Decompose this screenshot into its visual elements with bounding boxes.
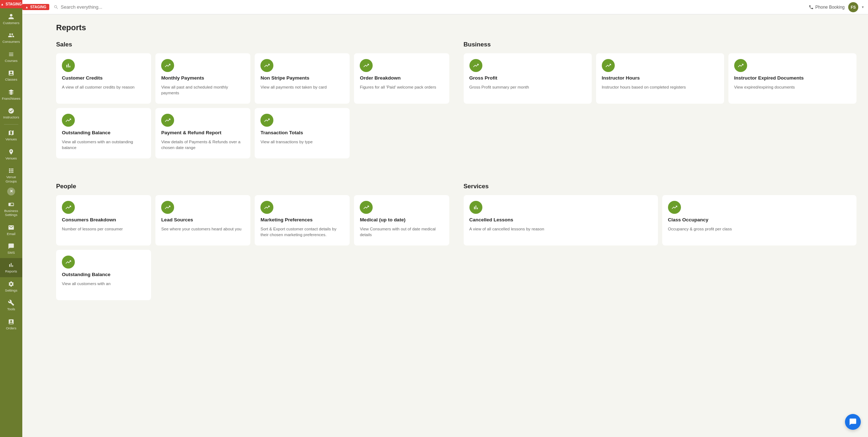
sidebar-item-classes[interactable]: Classes (0, 66, 22, 85)
card-title-lead-sources: Lead Sources (161, 217, 245, 223)
card-title-outstanding-balance-people: Outstanding Balance (62, 271, 145, 278)
people-section-title: People (56, 183, 449, 190)
card-desc-customer-credits: A view of all customer credits by reason (62, 84, 145, 90)
page-title: Reports (56, 23, 856, 32)
sidebar-item-franchisees[interactable]: Franchisees (0, 85, 22, 104)
sales-row-1: Customer Credits A view of all customer … (56, 53, 449, 104)
search-icon (54, 5, 59, 10)
report-card-marketing-preferences[interactable]: Marketing Preferences Sort & Export cust… (255, 195, 350, 245)
card-title-cancelled-lessons: Cancelled Lessons (469, 217, 652, 223)
report-card-lead-sources[interactable]: Lead Sources See where your customers he… (155, 195, 250, 245)
card-desc-outstanding-balance: View all customers with an outstanding b… (62, 139, 145, 150)
report-card-medical[interactable]: Medical (up to date) View Consumers with… (354, 195, 449, 245)
card-icon-outstanding-balance-people (62, 256, 75, 269)
card-desc-gross-profit: Gross Profit summary per month (469, 84, 586, 90)
card-desc-monthly-payments: View all past and scheduled monthly paym… (161, 84, 245, 96)
report-card-transaction-totals[interactable]: Transaction Totals View all transactions… (255, 108, 350, 158)
card-title-order-breakdown: Order Breakdown (360, 75, 443, 81)
sales-row-2: Outstanding Balance View all customers w… (56, 108, 449, 158)
report-card-non-stripe-payments[interactable]: Non Stripe Payments View all payments no… (255, 53, 350, 104)
report-card-consumers-breakdown[interactable]: Consumers Breakdown Number of lessons pe… (56, 195, 151, 245)
card-icon-transaction-totals (260, 114, 273, 127)
report-card-gross-profit[interactable]: Gross Profit Gross Profit summary per mo… (464, 53, 592, 104)
topbar-right: Phone Booking FS ▾ (809, 2, 864, 12)
card-title-class-occupancy: Class Occupancy (668, 217, 851, 223)
sidebar: STAGING Customers Consumers Courses Clas… (0, 0, 22, 437)
staging-topbar-button[interactable]: STAGING (22, 4, 49, 10)
people-row-2: Outstanding Balance View all customers w… (56, 250, 449, 300)
card-desc-class-occupancy: Occupancy & gross profit per class (668, 226, 851, 232)
sidebar-item-sms[interactable]: SMS (0, 239, 22, 258)
card-desc-non-stripe-payments: View all payments not taken by card (260, 84, 344, 90)
staging-button[interactable]: STAGING (0, 0, 22, 8)
sidebar-divider (4, 124, 18, 125)
card-desc-transaction-totals: View all transactions by type (260, 139, 344, 145)
card-icon-cancelled-lessons (469, 201, 482, 214)
report-card-customer-credits[interactable]: Customer Credits A view of all customer … (56, 53, 151, 104)
phone-booking-button[interactable]: Phone Booking (809, 5, 845, 10)
sidebar-item-business-settings[interactable]: Business Settings (0, 198, 22, 221)
report-card-instructor-hours[interactable]: Instructor Hours Instructor hours based … (596, 53, 724, 104)
report-card-outstanding-balance-people[interactable]: Outstanding Balance View all customers w… (56, 250, 151, 300)
card-title-instructor-hours: Instructor Hours (602, 75, 718, 81)
sidebar-item-instructors[interactable]: Instructors (0, 104, 22, 123)
card-desc-medical: View Consumers with out of date medical … (360, 226, 443, 238)
phone-icon (809, 5, 814, 10)
card-icon-outstanding-balance (62, 114, 75, 127)
report-card-cancelled-lessons[interactable]: Cancelled Lessons A view of all cancelle… (464, 195, 658, 245)
sidebar-item-consumers[interactable]: Consumers (0, 28, 22, 47)
card-icon-medical (360, 201, 373, 214)
topbar: STAGING Phone Booking FS ▾ (22, 0, 868, 14)
report-card-instructor-expired-docs[interactable]: Instructor Expired Documents View expire… (728, 53, 856, 104)
card-icon-lead-sources (161, 201, 174, 214)
sidebar-item-courses[interactable]: Courses (0, 48, 22, 66)
report-card-monthly-payments[interactable]: Monthly Payments View all past and sched… (155, 53, 250, 104)
card-title-transaction-totals: Transaction Totals (260, 130, 344, 136)
card-title-monthly-payments: Monthly Payments (161, 75, 245, 81)
card-icon-instructor-hours (602, 59, 615, 72)
card-title-outstanding-balance: Outstanding Balance (62, 130, 145, 136)
card-icon-instructor-expired-docs (734, 59, 747, 72)
top-sections-layout: Sales Customer Credits A view of all cus… (56, 41, 856, 171)
sidebar-item-reports[interactable]: Reports (0, 258, 22, 277)
sidebar-item-orders[interactable]: Orders (0, 315, 22, 334)
card-icon-payment-refund (161, 114, 174, 127)
card-desc-order-breakdown: Figures for all 'Paid' welcome pack orde… (360, 84, 443, 90)
people-section: People Consumers Breakdown Number of les… (56, 183, 449, 300)
report-card-payment-refund[interactable]: Payment & Refund Report View details of … (155, 108, 250, 158)
phone-booking-label: Phone Booking (815, 5, 845, 10)
chat-icon (849, 418, 857, 426)
card-desc-payment-refund: View details of Payments & Refunds over … (161, 139, 245, 150)
sidebar-item-tools[interactable]: Tools (0, 296, 22, 315)
sidebar-item-settings[interactable]: Settings (0, 277, 22, 296)
avatar-chevron[interactable]: ▾ (862, 5, 864, 9)
sidebar-item-customers[interactable]: Customers (0, 10, 22, 28)
card-desc-instructor-expired-docs: View expired/expiring documents (734, 84, 851, 90)
card-desc-cancelled-lessons: A view of all cancelled lessons by reaso… (469, 226, 652, 232)
sidebar-item-venues[interactable]: Venues (0, 145, 22, 164)
card-title-customer-credits: Customer Credits (62, 75, 145, 81)
report-card-class-occupancy[interactable]: Class Occupancy Occupancy & gross profit… (662, 195, 856, 245)
sidebar-item-email[interactable]: Email (0, 221, 22, 239)
search-input[interactable] (61, 4, 804, 10)
sidebar-item-venue-groups[interactable]: Venue Groups (0, 164, 22, 187)
card-icon-marketing-preferences (260, 201, 273, 214)
chat-bubble[interactable] (845, 414, 861, 430)
card-icon-consumers-breakdown (62, 201, 75, 214)
avatar[interactable]: FS (848, 2, 858, 12)
report-card-outstanding-balance[interactable]: Outstanding Balance View all customers w… (56, 108, 151, 158)
card-title-instructor-expired-docs: Instructor Expired Documents (734, 75, 851, 81)
business-section-title: Business (464, 41, 857, 48)
card-desc-lead-sources: See where your customers heard about you (161, 226, 245, 232)
card-desc-consumers-breakdown: Number of lessons per consumer (62, 226, 145, 232)
people-row-1: Consumers Breakdown Number of lessons pe… (56, 195, 449, 245)
card-icon-non-stripe-payments (260, 59, 273, 72)
report-card-order-breakdown[interactable]: Order Breakdown Figures for all 'Paid' w… (354, 53, 449, 104)
card-title-payment-refund: Payment & Refund Report (161, 130, 245, 136)
services-section: Services Cancelled Lessons A view of all… (464, 183, 857, 300)
services-cards: Cancelled Lessons A view of all cancelle… (464, 195, 857, 245)
card-icon-gross-profit (469, 59, 482, 72)
venue-groups-close[interactable]: ✕ (7, 188, 15, 195)
sidebar-item-venues-map[interactable]: Venues (0, 126, 22, 145)
card-icon-order-breakdown (360, 59, 373, 72)
